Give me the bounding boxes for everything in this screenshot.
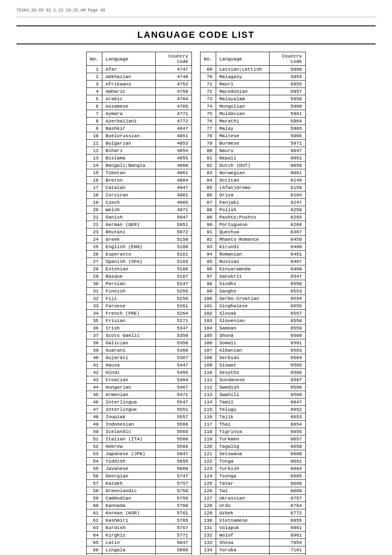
- row-code: 5557: [156, 413, 192, 421]
- row-code: 5350: [156, 332, 192, 339]
- row-no: 85: [201, 184, 216, 191]
- row-language: Latvian;Lettish: [216, 66, 269, 73]
- row-code: 5261: [156, 302, 192, 310]
- row-no: 46: [87, 398, 102, 406]
- row-language: Maltese: [216, 132, 269, 140]
- row-language: Dutch (DUT): [216, 162, 269, 169]
- table-row: 92 Rhaeto-Romance 6459: [201, 236, 306, 243]
- row-no: 26: [87, 251, 102, 258]
- row-language: Cambodian: [102, 495, 156, 502]
- row-code: 6757: [269, 495, 305, 502]
- row-code: 5647: [156, 450, 192, 458]
- table-row: 98 Sindhi 6550: [201, 280, 306, 288]
- row-no: 24: [87, 236, 102, 243]
- row-no: 127: [201, 495, 216, 502]
- row-no: 7: [87, 110, 102, 117]
- row-code: 5961: [269, 110, 305, 117]
- row-code: 5655: [156, 458, 192, 465]
- row-language: Hungarian: [102, 384, 156, 391]
- row-no: 79: [201, 140, 216, 147]
- row-no: 82: [201, 162, 216, 169]
- row-no: 13: [87, 154, 102, 162]
- row-no: 64: [87, 532, 102, 539]
- row-language: Romanian: [216, 251, 269, 258]
- row-language: Turkmen: [216, 435, 269, 443]
- row-code: 5758: [156, 487, 192, 495]
- table-row: 71 Maori 5955: [201, 81, 306, 88]
- table-row: 129 Uzbek 6772: [201, 509, 306, 517]
- table-row: 81 Nepali 6051: [201, 154, 306, 162]
- row-code: 5565: [156, 428, 192, 435]
- row-code: 5960: [269, 103, 305, 110]
- table-row: 49 Indonesian 5560: [87, 421, 192, 428]
- row-code: 6559: [269, 325, 305, 332]
- row-code: 6665: [269, 472, 305, 480]
- row-no: 16: [87, 177, 102, 184]
- table-row: 45 Armenian 5471: [87, 391, 192, 398]
- table-row: 5 Arabic 4764: [87, 95, 192, 103]
- left-header-language: Language: [102, 52, 156, 66]
- row-no: 30: [87, 280, 102, 288]
- table-row: 88 Polish 6258: [201, 206, 306, 214]
- row-no: 115: [201, 406, 216, 413]
- table-row: 47 Interlingue 5551: [87, 406, 192, 413]
- table-row: 122 Tonga 6661: [201, 458, 306, 465]
- row-no: 65: [87, 539, 102, 546]
- row-language: Bashkir: [102, 125, 156, 132]
- row-no: 112: [201, 384, 216, 391]
- table-row: 17 Catalan 4947: [87, 184, 192, 191]
- table-row: 36 Irish 5347: [87, 325, 192, 332]
- row-code: 6565: [269, 362, 305, 369]
- row-code: 5471: [156, 391, 192, 398]
- row-no: 75: [201, 110, 216, 117]
- row-language: Irish: [102, 325, 156, 332]
- row-code: 6566: [269, 369, 305, 376]
- table-row: 38 Galician 5358: [87, 339, 192, 347]
- row-language: Indonesian: [102, 421, 156, 428]
- table-row: 78 Maltese 5966: [201, 132, 306, 140]
- row-code: 6647: [269, 398, 305, 406]
- table-row: 94 Romanian 6461: [201, 251, 306, 258]
- row-language: Serbian: [216, 354, 269, 362]
- left-header-code: Country code: [156, 52, 192, 66]
- row-code: 6159: [269, 184, 305, 191]
- row-language: Samoan: [216, 325, 269, 332]
- table-row: 3 Afrikaans 4752: [87, 81, 192, 88]
- table-row: 57 Kazakh 5757: [87, 480, 192, 487]
- row-language: Telugu: [216, 406, 269, 413]
- row-language: Persian: [102, 280, 156, 288]
- row-code: 6047: [269, 147, 305, 154]
- table-row: 131 Volapuk 6861: [201, 524, 306, 532]
- row-no: 54: [87, 458, 102, 465]
- row-language: Wolof: [216, 532, 269, 539]
- row-language: Italian (ITA): [102, 435, 156, 443]
- table-row: 117 Thai 6654: [201, 421, 306, 428]
- row-no: 119: [201, 435, 216, 443]
- row-code: 4847: [156, 125, 192, 132]
- row-language: Lingala: [102, 546, 156, 554]
- row-language: French (FRE): [102, 310, 156, 317]
- table-row: 1 Afar 4747: [87, 66, 192, 73]
- row-code: 5669: [156, 465, 192, 472]
- row-language: Quechua: [216, 228, 269, 236]
- row-no: 37: [87, 332, 102, 339]
- row-no: 93: [201, 243, 216, 251]
- table-row: 2 Abkhazian 4748: [87, 73, 192, 81]
- row-code: 6149: [269, 177, 305, 184]
- table-row: 41 Hausa 5447: [87, 362, 192, 369]
- row-code: 5771: [156, 532, 192, 539]
- top-bar: TD364_35-55 02.2.13 10:25 AM Page 49: [16, 8, 376, 13]
- table-row: 123 Turkish 6664: [201, 465, 306, 472]
- row-no: 9: [87, 125, 102, 132]
- table-row: 53 Japanese (JPN) 5647: [87, 450, 192, 458]
- row-code: 5358: [156, 339, 192, 347]
- row-language: Malay: [216, 125, 269, 132]
- row-code: 5957: [269, 88, 305, 95]
- row-no: 32: [87, 295, 102, 302]
- row-no: 3: [87, 81, 102, 88]
- row-language: Serbo-Croatian: [216, 295, 269, 302]
- row-code: 4971: [156, 206, 192, 214]
- row-code: 4764: [156, 95, 192, 103]
- row-language: Twi: [216, 487, 269, 495]
- table-row: 59 Cambodian 5759: [87, 495, 192, 502]
